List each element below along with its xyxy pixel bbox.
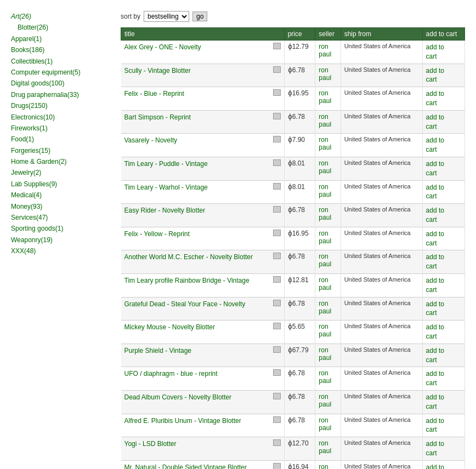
- sidebar-item[interactable]: Services(47): [11, 212, 110, 223]
- add-to-cart-button2[interactable]: cart: [426, 332, 461, 341]
- sidebar-link[interactable]: Blotter(26): [11, 22, 110, 33]
- add-to-cart-button2[interactable]: cart: [426, 425, 461, 434]
- seller-name2[interactable]: paul: [319, 144, 337, 151]
- sidebar-item[interactable]: Weaponry(19): [11, 234, 110, 245]
- sidebar-item[interactable]: Forgeries(15): [11, 145, 110, 156]
- add-to-cart-button2[interactable]: cart: [426, 122, 461, 131]
- seller-name2[interactable]: paul: [319, 447, 337, 455]
- add-to-cart-button[interactable]: add to: [426, 276, 461, 285]
- sidebar-link[interactable]: Forgeries(15): [11, 145, 110, 156]
- sidebar-item[interactable]: Lab Supplies(9): [11, 179, 110, 190]
- sidebar-link[interactable]: Art(26): [11, 11, 110, 22]
- seller-name[interactable]: ron: [319, 43, 337, 50]
- sidebar-link[interactable]: Collectibles(1): [11, 56, 110, 67]
- product-title[interactable]: Dead Album Covers - Novelty Blotter: [124, 393, 269, 402]
- seller-name2[interactable]: paul: [319, 424, 337, 432]
- add-to-cart-button2[interactable]: cart: [426, 145, 461, 155]
- seller-name2[interactable]: paul: [319, 284, 337, 291]
- add-to-cart-button2[interactable]: cart: [426, 262, 461, 271]
- sidebar-link[interactable]: Books(186): [11, 44, 110, 55]
- seller-name[interactable]: ron: [319, 416, 337, 424]
- add-to-cart-button[interactable]: add to: [426, 253, 461, 262]
- product-title[interactable]: Grateful Dead - Steal Your Face - Novelt…: [124, 300, 269, 309]
- add-to-cart-button[interactable]: add to: [426, 416, 461, 426]
- sidebar-link[interactable]: Drug paraphernalia(33): [11, 89, 110, 100]
- sidebar-link[interactable]: Electronics(10): [11, 112, 110, 123]
- sidebar-item[interactable]: Electronics(10): [11, 112, 110, 123]
- seller-name[interactable]: ron: [319, 89, 337, 97]
- seller-name2[interactable]: paul: [319, 377, 337, 385]
- add-to-cart-button2[interactable]: cart: [426, 285, 461, 295]
- sidebar-link[interactable]: Lab Supplies(9): [11, 179, 110, 190]
- add-to-cart-button[interactable]: add to: [426, 89, 461, 99]
- add-to-cart-button[interactable]: add to: [426, 346, 461, 356]
- seller-name[interactable]: ron: [319, 463, 337, 469]
- add-to-cart-button2[interactable]: cart: [426, 192, 461, 201]
- sidebar-item[interactable]: Medical(4): [11, 190, 110, 201]
- product-title[interactable]: Yogi - LSD Blotter: [124, 439, 269, 449]
- product-title[interactable]: Purple Shield - Vintage: [124, 346, 269, 356]
- sidebar-link[interactable]: Money(93): [11, 201, 110, 212]
- seller-name2[interactable]: paul: [319, 354, 337, 362]
- seller-name[interactable]: ron: [319, 346, 337, 354]
- seller-name2[interactable]: paul: [319, 74, 337, 82]
- product-title[interactable]: Vasarely - Novelty: [124, 136, 269, 145]
- add-to-cart-button2[interactable]: cart: [426, 308, 461, 318]
- seller-name[interactable]: ron: [319, 230, 337, 237]
- sidebar-link[interactable]: Food(1): [11, 134, 110, 145]
- add-to-cart-button[interactable]: add to: [426, 230, 461, 239]
- sidebar-item[interactable]: Collectibles(1): [11, 56, 110, 67]
- sidebar-link[interactable]: Drugs(2150): [11, 100, 110, 111]
- sidebar-link[interactable]: Digital goods(100): [11, 78, 110, 89]
- product-title[interactable]: UFO / diaphragm - blue - reprint: [124, 369, 269, 379]
- sidebar-link[interactable]: Medical(4): [11, 190, 110, 201]
- seller-name2[interactable]: paul: [319, 330, 337, 338]
- add-to-cart-button[interactable]: add to: [426, 136, 461, 145]
- product-title[interactable]: Tim Leary profile Rainbow Bridge - Vinta…: [124, 276, 269, 285]
- seller-name2[interactable]: paul: [319, 191, 337, 198]
- sort-select[interactable]: bestselling price asc price desc newest: [144, 11, 189, 22]
- seller-name[interactable]: ron: [319, 136, 337, 144]
- seller-name[interactable]: ron: [319, 300, 337, 307]
- sidebar-link[interactable]: Computer equipment(5): [11, 67, 110, 78]
- product-title[interactable]: Mr. Natural - Double Sided Vintage Blott…: [124, 463, 269, 469]
- seller-name[interactable]: ron: [319, 439, 337, 447]
- add-to-cart-button[interactable]: add to: [426, 323, 461, 332]
- seller-name2[interactable]: paul: [319, 97, 337, 105]
- go-button[interactable]: go: [192, 12, 207, 21]
- add-to-cart-button[interactable]: add to: [426, 113, 461, 122]
- add-to-cart-button[interactable]: add to: [426, 439, 461, 449]
- sidebar-item[interactable]: Sporting goods(1): [11, 223, 110, 234]
- add-to-cart-button[interactable]: add to: [426, 66, 461, 76]
- sidebar-link[interactable]: Weaponry(19): [11, 234, 110, 245]
- sidebar-item[interactable]: Money(93): [11, 201, 110, 212]
- sidebar-link[interactable]: Fireworks(1): [11, 123, 110, 134]
- product-title[interactable]: Mickey Mouse - Novelty Blotter: [124, 323, 269, 332]
- product-title[interactable]: Bart Simpson - Reprint: [124, 113, 269, 122]
- sidebar-link[interactable]: Jewelry(2): [11, 167, 110, 178]
- sidebar-item[interactable]: Food(1): [11, 134, 110, 145]
- sidebar-item[interactable]: Digital goods(100): [11, 78, 110, 89]
- sidebar-item[interactable]: Jewelry(2): [11, 167, 110, 178]
- seller-name[interactable]: ron: [319, 159, 337, 167]
- product-title[interactable]: Tim Leary - Warhol - Vintage: [124, 183, 269, 192]
- seller-name2[interactable]: paul: [319, 121, 337, 128]
- seller-name2[interactable]: paul: [319, 307, 337, 315]
- add-to-cart-button[interactable]: add to: [426, 206, 461, 215]
- seller-name[interactable]: ron: [319, 206, 337, 214]
- sidebar-item[interactable]: Art(26): [11, 11, 110, 22]
- add-to-cart-button[interactable]: add to: [426, 393, 461, 402]
- sidebar-item[interactable]: XXX(48): [11, 245, 110, 256]
- add-to-cart-button2[interactable]: cart: [426, 239, 461, 248]
- product-title[interactable]: Easy Rider - Novelty Blotter: [124, 206, 269, 215]
- add-to-cart-button[interactable]: add to: [426, 183, 461, 192]
- sidebar-item[interactable]: Books(186): [11, 44, 110, 55]
- seller-name2[interactable]: paul: [319, 167, 337, 175]
- sidebar-link[interactable]: XXX(48): [11, 245, 110, 256]
- sidebar-item[interactable]: Blotter(26): [11, 22, 110, 33]
- product-title[interactable]: Felix - Blue - Reprint: [124, 89, 269, 99]
- add-to-cart-button[interactable]: add to: [426, 300, 461, 309]
- product-title[interactable]: Another World M.C. Escher - Novelty Blot…: [124, 253, 269, 262]
- seller-name2[interactable]: paul: [319, 214, 337, 221]
- seller-name2[interactable]: paul: [319, 260, 337, 268]
